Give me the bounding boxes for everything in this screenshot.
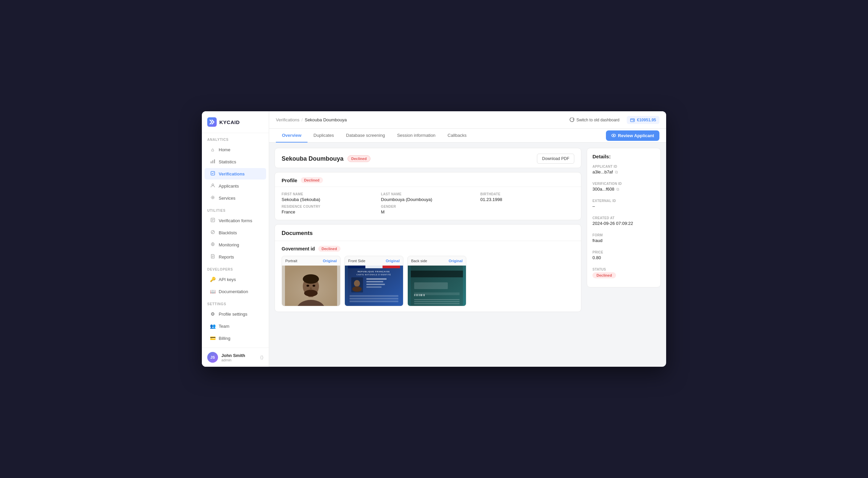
applicant-name: Sekouba Doumbouya xyxy=(282,155,343,162)
profile-card: Profile Declined First Name Sekouba (Sek… xyxy=(275,172,581,220)
download-pdf-button[interactable]: Download PDF xyxy=(537,153,574,164)
copy-applicant-id-icon[interactable]: ⧉ xyxy=(615,170,618,174)
svg-point-20 xyxy=(613,135,614,136)
svg-point-29 xyxy=(313,285,315,287)
svg-point-40 xyxy=(352,286,362,292)
svg-text:CARTE NATIONALE D'IDENTITÉ: CARTE NATIONALE D'IDENTITÉ xyxy=(356,273,391,276)
doc-image-header-back: Back side Original xyxy=(408,256,466,266)
svg-rect-53 xyxy=(415,294,416,296)
front-side-tag: Original xyxy=(385,259,400,263)
svg-rect-44 xyxy=(366,286,381,288)
sidebar-item-verifications[interactable]: Verifications xyxy=(205,168,266,179)
front-side-bg: REPUBLIQUE FRANÇAISE CARTE NATIONALE D'I… xyxy=(345,266,403,306)
status-declined-badge: Declined xyxy=(592,272,616,278)
tab-database-screening[interactable]: Database screening xyxy=(340,129,391,142)
field-first-name: First Name Sekouba (Sekouba) xyxy=(282,192,375,202)
sidebar-item-blacklists[interactable]: Blacklists xyxy=(205,227,266,238)
team-icon: 👥 xyxy=(210,323,215,329)
sidebar-item-label: Monitoring xyxy=(219,242,239,247)
verification-forms-icon xyxy=(210,218,215,223)
svg-point-27 xyxy=(304,290,318,297)
svg-point-26 xyxy=(303,274,319,284)
sidebar-item-label: Reports xyxy=(219,254,234,260)
billing-icon: 💳 xyxy=(210,336,215,341)
verification-id-value: 300a...f608 ⧉ xyxy=(592,186,655,192)
detail-external-id: External ID – xyxy=(592,199,655,209)
birthdate-value: 01.23.1998 xyxy=(480,197,574,202)
content-main: Sekouba Doumbouya Declined Download PDF … xyxy=(275,148,581,361)
sidebar-item-home[interactable]: ⌂ Home xyxy=(205,144,266,155)
field-last-name: Last Name Doumbouya (Doumbouya) xyxy=(381,192,475,202)
svg-rect-35 xyxy=(382,266,400,268)
form-value: fraud xyxy=(592,238,655,243)
sidebar-item-billing[interactable]: 💳 Billing xyxy=(205,333,266,344)
eye-icon xyxy=(611,133,616,138)
svg-point-12 xyxy=(212,244,213,245)
price-label: Price xyxy=(592,250,655,254)
sidebar-item-profile-settings[interactable]: ⚙ Profile settings xyxy=(205,308,266,320)
back-side-tag: Original xyxy=(448,259,463,263)
gov-id-status-badge: Declined xyxy=(318,246,340,252)
switch-dashboard-label: Switch to old dashboard xyxy=(576,118,619,122)
svg-rect-54 xyxy=(416,294,417,296)
review-applicant-button[interactable]: Review Applicant xyxy=(606,130,659,141)
tab-overview[interactable]: Overview xyxy=(276,129,308,142)
svg-rect-46 xyxy=(349,298,398,300)
doc-images-row: Portrait Original xyxy=(275,256,581,312)
detail-created-at: Created at 2024-09-26 07:09:22 xyxy=(592,216,655,226)
svg-rect-47 xyxy=(349,301,398,302)
sidebar-item-applicants[interactable]: Applicants xyxy=(205,180,266,192)
breadcrumb-current: Sekouba Doumbouya xyxy=(305,117,347,122)
svg-rect-17 xyxy=(630,119,634,122)
back-side-bg xyxy=(408,266,466,306)
blacklists-icon xyxy=(210,230,215,235)
copy-verification-id-icon[interactable]: ⧉ xyxy=(616,187,619,192)
svg-point-5 xyxy=(212,197,213,198)
doc-image-portrait: Portrait Original xyxy=(282,256,340,306)
switch-dashboard-button[interactable]: Switch to old dashboard xyxy=(566,116,623,124)
front-side-image: REPUBLIQUE FRANÇAISE CARTE NATIONALE D'I… xyxy=(345,266,403,306)
sidebar-item-label: Blacklists xyxy=(219,230,237,235)
tab-duplicates[interactable]: Duplicates xyxy=(308,129,340,142)
sidebar-collapse-icon[interactable]: ⟨⟩ xyxy=(260,355,264,360)
tab-session-information[interactable]: Session information xyxy=(391,129,441,142)
documents-header: Documents xyxy=(275,225,581,241)
first-name-value: Sekouba (Sekouba) xyxy=(282,197,375,202)
sidebar-item-monitoring[interactable]: Monitoring xyxy=(205,239,266,250)
section-label-settings: Settings xyxy=(202,298,269,308)
sidebar-item-label: Billing xyxy=(219,336,230,341)
profile-header: Profile Declined xyxy=(275,172,581,187)
sidebar-item-reports[interactable]: Reports xyxy=(205,251,266,263)
last-name-label: Last Name xyxy=(381,192,475,196)
detail-verification-id: Verification ID 300a...f608 ⧉ xyxy=(592,182,655,192)
user-role: admin xyxy=(221,358,245,362)
created-at-value: 2024-09-26 07:09:22 xyxy=(592,221,655,226)
svg-point-28 xyxy=(307,285,309,287)
sidebar-item-statistics[interactable]: Statistics xyxy=(205,156,266,167)
sidebar-item-services[interactable]: Services xyxy=(205,192,266,204)
sidebar-item-team[interactable]: 👥 Team xyxy=(205,320,266,332)
svg-rect-50 xyxy=(414,282,448,289)
section-label-utilities: Utilities xyxy=(202,204,269,214)
svg-rect-61 xyxy=(414,301,460,302)
home-icon: ⌂ xyxy=(210,147,215,152)
logo-icon xyxy=(207,117,217,127)
breadcrumb-parent[interactable]: Verifications xyxy=(276,117,300,122)
last-name-value: Doumbouya (Doumbouya) xyxy=(381,197,475,202)
sidebar-item-documentation[interactable]: 📖 Documentation xyxy=(205,286,266,297)
content-area: Sekouba Doumbouya Declined Download PDF … xyxy=(269,142,666,367)
user-info: John Smith admin xyxy=(221,353,245,362)
documentation-icon: 📖 xyxy=(210,289,215,294)
tab-callbacks[interactable]: Callbacks xyxy=(441,129,472,142)
svg-rect-42 xyxy=(366,281,383,282)
sidebar-item-api-keys[interactable]: 🔑 API keys xyxy=(205,274,266,285)
svg-point-39 xyxy=(354,280,360,287)
form-label: Form xyxy=(592,233,655,237)
front-side-label: Front Side xyxy=(348,259,365,263)
profile-fields-row2: Residence country France Gender M xyxy=(275,205,581,220)
svg-text:REPUBLIQUE FRANÇAISE: REPUBLIQUE FRANÇAISE xyxy=(358,271,390,273)
birthdate-label: Birthdate xyxy=(480,192,574,196)
svg-rect-59 xyxy=(424,294,425,296)
portrait-bg xyxy=(282,266,340,306)
sidebar-item-verification-forms[interactable]: Verification forms xyxy=(205,215,266,226)
